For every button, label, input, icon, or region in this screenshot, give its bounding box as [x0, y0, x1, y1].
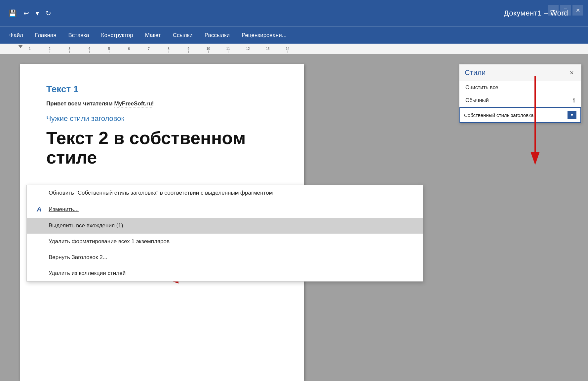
ruler-mark-1: 1 [20, 47, 40, 53]
content-area: Текст 1 Привет всем читателям MyFreeSoft… [0, 54, 588, 381]
context-menu-item-modify-label: Изменить... [49, 206, 79, 213]
context-menu-item-remove-label: Удалить из коллекции стилей [49, 270, 126, 277]
menu-design[interactable]: Конструктор [95, 29, 139, 41]
context-menu-item-update[interactable]: Обновить "Собственный стиль заголовка" в… [27, 185, 423, 201]
brand-text: MyFreeSoft.ru [114, 100, 152, 107]
context-menu-item-modify[interactable]: A Изменить... [27, 201, 423, 218]
styles-active-item[interactable]: Собственный стиль заголовка ▾ [459, 107, 581, 123]
minimize-button[interactable]: ─ [548, 5, 559, 16]
ruler-triangle [18, 45, 23, 48]
undo-icon[interactable]: ↩ [21, 8, 31, 19]
ruler-mark-12: 12 [238, 47, 258, 53]
ruler-mark-3: 3 [59, 47, 79, 53]
maximize-button[interactable]: □ [560, 5, 571, 16]
context-menu-item-revert[interactable]: Вернуть Заголовок 2... [27, 249, 423, 265]
ruler-mark-9: 9 [178, 47, 198, 53]
ruler-mark-4: 4 [79, 47, 99, 53]
context-menu-item-select-all[interactable]: Выделить все вхождения (1) [27, 218, 423, 234]
ruler: 1 2 3 4 5 6 7 8 9 10 11 12 13 14 [0, 44, 588, 54]
context-menu-item-revert-label: Вернуть Заголовок 2... [49, 254, 107, 261]
ruler-mark-13: 13 [258, 47, 278, 53]
context-menu-item-remove[interactable]: Удалить из коллекции стилей [27, 265, 423, 281]
ruler-mark-7: 7 [139, 47, 159, 53]
title-bar: 💾 ↩ ▾ ↻ Документ1 – Word ─ □ ✕ [0, 0, 588, 26]
ruler-mark-2: 2 [40, 47, 59, 53]
ruler-mark-8: 8 [159, 47, 178, 53]
context-menu-item-select-all-label: Выделить все вхождения (1) [49, 222, 123, 229]
doc-heading1: Текст 1 [46, 84, 278, 95]
save-icon[interactable]: 💾 [7, 8, 19, 19]
styles-normal[interactable]: Обычный ¶ [459, 94, 581, 107]
menu-insert[interactable]: Вставка [62, 29, 95, 41]
menu-file[interactable]: Файл [3, 29, 29, 41]
styles-panel-title: Стили [465, 68, 486, 77]
menu-home[interactable]: Главная [29, 29, 62, 41]
context-menu-item-delete-formatting-label: Удалить форматирование всех 1 экземпляро… [49, 238, 170, 245]
doc-body: Привет всем читателям MyFreeSoft.ru! [46, 100, 278, 107]
styles-panel: Стили ✕ Очистить все Обычный ¶ Собственн… [459, 64, 581, 123]
ruler-mark-6: 6 [119, 47, 139, 53]
active-style-dropdown[interactable]: ▾ [568, 111, 576, 119]
dropdown-icon[interactable]: ▾ [34, 8, 41, 19]
redo-icon[interactable]: ↻ [44, 8, 53, 19]
context-menu-item-delete-formatting[interactable]: Удалить форматирование всех 1 экземпляро… [27, 234, 423, 249]
menu-review[interactable]: Рецензировани... [236, 29, 293, 41]
window-controls: ─ □ ✕ [548, 5, 583, 16]
menu-references[interactable]: Ссылки [167, 29, 199, 41]
modify-icon: A [37, 206, 45, 213]
doc-heading-custom: Текст 2 в собственном стиле [46, 128, 278, 168]
menu-bar: Файл Главная Вставка Конструктор Макет С… [0, 26, 588, 44]
active-style-name: Собственный стиль заголовка [464, 112, 533, 118]
normal-style-suffix: ¶ [572, 97, 575, 103]
close-button[interactable]: ✕ [572, 5, 583, 16]
styles-panel-close-button[interactable]: ✕ [568, 69, 576, 77]
doc-heading2: Чужие стили заголовок [46, 114, 278, 123]
menu-layout[interactable]: Макет [139, 29, 167, 41]
ruler-mark-10: 10 [198, 47, 218, 53]
menu-mailings[interactable]: Рассылки [199, 29, 236, 41]
styles-panel-header: Стили ✕ [459, 64, 581, 81]
context-menu: Обновить "Собственный стиль заголовка" в… [26, 185, 423, 282]
styles-clear-all[interactable]: Очистить все [459, 81, 581, 94]
ruler-content: 1 2 3 4 5 6 7 8 9 10 11 12 13 14 [20, 44, 297, 54]
ruler-mark-11: 11 [218, 47, 238, 53]
context-menu-item-update-label: Обновить "Собственный стиль заголовка" в… [49, 190, 273, 196]
title-bar-icons: 💾 ↩ ▾ ↻ [7, 8, 53, 19]
ruler-mark-14: 14 [278, 47, 297, 53]
ruler-mark-5: 5 [99, 47, 119, 53]
